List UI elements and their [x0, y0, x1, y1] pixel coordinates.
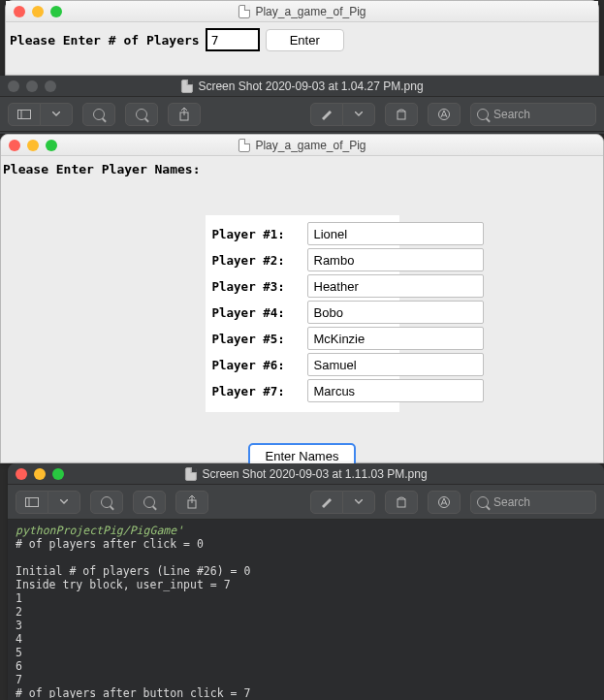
search-placeholder: Search [493, 495, 530, 509]
player-label: Player #6: [212, 358, 300, 372]
player-label: Player #5: [212, 332, 300, 346]
minimize-icon[interactable] [26, 80, 38, 92]
search-icon [477, 496, 489, 508]
markup-pen-button[interactable] [310, 103, 343, 126]
sidebar-toggle-button[interactable] [8, 103, 41, 126]
svg-rect-6 [26, 497, 39, 506]
enter-button[interactable]: Enter [266, 29, 344, 51]
markup-menu-button[interactable] [342, 491, 375, 514]
svg-rect-10 [397, 499, 405, 507]
num-players-label: Please Enter # of Players [10, 33, 200, 48]
search-input[interactable]: Search [470, 491, 596, 514]
player-row: Player #4: [212, 301, 393, 324]
zoom-in-icon [136, 109, 147, 120]
player-row: Player #1: [212, 222, 393, 245]
player-name-input[interactable] [307, 222, 484, 245]
player-label: Player #3: [212, 279, 300, 294]
annotate-button[interactable] [428, 491, 461, 514]
close-icon[interactable] [14, 6, 25, 17]
zoom-icon[interactable] [50, 6, 62, 17]
player-row: Player #7: [212, 379, 393, 402]
window-title: Screen Shot 2020-09-03 at 1.11.03 PM.png [184, 467, 427, 481]
player-label: Player #2: [212, 253, 300, 268]
pig-names-window: Play_a_game_of_Pig Please Enter Player N… [0, 134, 604, 463]
file-icon [238, 5, 249, 18]
close-icon[interactable] [9, 140, 20, 151]
preview-window-2: Screen Shot 2020-09-03 at 1.11.03 PM.png… [8, 463, 604, 700]
minimize-icon[interactable] [32, 6, 44, 17]
search-input[interactable]: Search [470, 103, 596, 126]
player-name-input[interactable] [307, 327, 484, 350]
window-title-text: Screen Shot 2020-09-03 at 1.04.27 PM.png [198, 80, 423, 93]
window-title-text: Play_a_game_of_Pig [255, 5, 366, 18]
player-name-input[interactable] [307, 379, 484, 402]
player-name-input[interactable] [307, 248, 484, 271]
file-icon [180, 80, 192, 93]
minimize-icon[interactable] [27, 140, 39, 151]
zoom-icon[interactable] [46, 140, 57, 151]
svg-rect-0 [18, 110, 31, 118]
title-bar[interactable]: Play_a_game_of_Pig [1, 135, 603, 156]
markup-menu-button[interactable] [342, 103, 375, 126]
preview-toolbar: Search [8, 485, 604, 520]
zoom-out-icon [93, 109, 105, 120]
player-names-form: Player #1: Player #2: Player #3: Player … [206, 215, 399, 412]
player-label: Player #4: [212, 305, 300, 320]
sidebar-toggle-button[interactable] [16, 491, 48, 514]
window-title: Play_a_game_of_Pig [238, 139, 366, 152]
svg-rect-4 [397, 111, 405, 119]
zoom-in-button[interactable] [125, 103, 158, 126]
preview-toolbar: Search [0, 97, 604, 132]
file-icon [238, 139, 249, 152]
sidebar-menu-button[interactable] [48, 491, 80, 514]
rotate-button[interactable] [385, 103, 418, 126]
window-title: Screen Shot 2020-09-03 at 1.04.27 PM.png [180, 80, 423, 93]
zoom-icon[interactable] [45, 80, 56, 92]
preview-window-1: Screen Shot 2020-09-03 at 1.04.27 PM.png… [0, 76, 604, 134]
share-button[interactable] [168, 103, 201, 126]
player-row: Player #5: [212, 327, 393, 350]
zoom-in-button[interactable] [133, 491, 166, 514]
zoom-out-icon [101, 496, 112, 508]
markup-pen-button[interactable] [310, 491, 343, 514]
player-name-input[interactable] [307, 274, 484, 298]
annotate-button[interactable] [428, 103, 461, 126]
player-names-label: Please Enter Player Names: [1, 162, 603, 176]
traffic-lights [14, 6, 62, 17]
player-row: Player #6: [212, 353, 393, 376]
player-label: Player #7: [212, 384, 300, 398]
player-row: Player #2: [212, 248, 393, 271]
pig-players-window: Play_a_game_of_Pig Please Enter # of Pla… [5, 0, 599, 76]
search-placeholder: Search [493, 108, 530, 121]
zoom-in-icon [143, 496, 155, 508]
player-name-input[interactable] [307, 353, 484, 376]
share-button[interactable] [175, 491, 208, 514]
sidebar-menu-button[interactable] [40, 103, 73, 126]
rotate-button[interactable] [385, 491, 418, 514]
file-icon [184, 467, 196, 481]
zoom-out-button[interactable] [90, 491, 123, 514]
traffic-lights [8, 80, 56, 92]
player-name-input[interactable] [307, 301, 484, 324]
window-title-text: Screen Shot 2020-09-03 at 1.11.03 PM.png [202, 467, 427, 481]
traffic-lights [9, 140, 57, 151]
title-bar[interactable]: Play_a_game_of_Pig [6, 1, 598, 22]
title-bar[interactable]: Screen Shot 2020-09-03 at 1.11.03 PM.png [8, 463, 604, 485]
player-row: Player #3: [212, 274, 393, 298]
num-players-input[interactable] [206, 28, 260, 51]
search-icon [477, 109, 489, 120]
title-bar[interactable]: Screen Shot 2020-09-03 at 1.04.27 PM.png [0, 76, 604, 97]
minimize-icon[interactable] [34, 468, 46, 480]
player-label: Player #1: [212, 227, 300, 241]
zoom-icon[interactable] [52, 468, 64, 480]
window-title: Play_a_game_of_Pig [238, 5, 366, 18]
zoom-out-button[interactable] [82, 103, 115, 126]
traffic-lights [16, 468, 64, 480]
close-icon[interactable] [8, 80, 19, 92]
window-title-text: Play_a_game_of_Pig [255, 139, 366, 152]
close-icon[interactable] [16, 468, 27, 480]
terminal-output: pythonProjectPig/PigGame' # of players a… [8, 520, 604, 698]
